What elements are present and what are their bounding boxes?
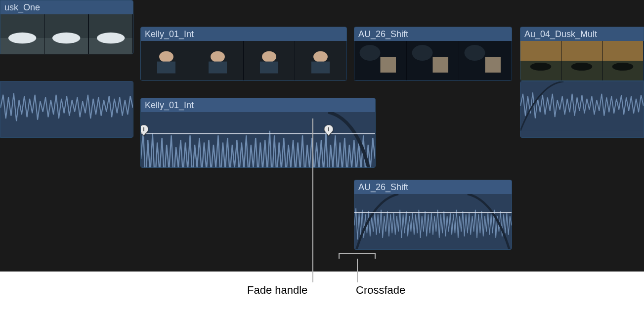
svg-point-38 [612, 63, 634, 71]
clip-dusk-mult[interactable]: Au_04_Dusk_Mult [520, 27, 644, 81]
svg-rect-23 [381, 57, 396, 73]
svg-point-10 [159, 51, 173, 62]
filmstrip [520, 41, 644, 80]
clip-dusk-one[interactable]: usk_One [0, 0, 133, 54]
waveform [354, 194, 512, 250]
audio-label: Kelly_01_Int [141, 98, 375, 112]
svg-rect-26 [433, 57, 449, 73]
svg-point-35 [571, 63, 593, 71]
fade-out-handle[interactable] [324, 125, 333, 136]
filmstrip [141, 41, 346, 80]
audio-au-shift[interactable]: AU_26_Shift [354, 180, 512, 250]
timeline[interactable]: usk_One Kelly_01_Int AU_26_Shift Au_04_D… [0, 0, 644, 311]
svg-rect-11 [157, 62, 175, 74]
svg-rect-42 [143, 127, 144, 131]
waveform [141, 112, 375, 168]
svg-rect-29 [485, 57, 501, 73]
callout-line-fade [312, 118, 313, 282]
clip-au-shift[interactable]: AU_26_Shift [354, 27, 512, 81]
svg-point-13 [211, 51, 225, 62]
svg-point-5 [52, 33, 81, 43]
svg-rect-30 [520, 41, 561, 61]
clip-label: AU_26_Shift [354, 27, 512, 41]
svg-rect-36 [602, 41, 643, 61]
svg-point-19 [313, 51, 328, 62]
filmstrip [0, 14, 133, 54]
clip-label: Kelly_01_Int [141, 27, 346, 41]
clip-kelly[interactable]: Kelly_01_Int [140, 27, 347, 81]
svg-rect-41 [141, 112, 375, 168]
svg-rect-43 [328, 127, 329, 131]
crossfade-bracket [339, 253, 376, 259]
callout-line-crossfade [357, 259, 358, 282]
clip-label: Au_04_Dusk_Mult [520, 27, 644, 41]
caption-area [0, 272, 644, 311]
svg-point-28 [465, 45, 485, 61]
callout-fade-handle: Fade handle [247, 284, 307, 297]
svg-rect-44 [354, 194, 512, 250]
fade-in-handle[interactable] [140, 125, 148, 136]
svg-point-32 [530, 63, 552, 71]
audio-label: AU_26_Shift [354, 180, 512, 194]
svg-point-25 [412, 45, 433, 61]
svg-rect-33 [561, 41, 602, 61]
svg-point-2 [8, 33, 37, 43]
audio-dusk-mult[interactable] [520, 81, 644, 138]
volume-line[interactable] [354, 212, 512, 213]
audio-kelly[interactable]: Kelly_01_Int [140, 98, 376, 168]
clip-label: usk_One [0, 0, 133, 14]
callout-crossfade: Crossfade [356, 284, 405, 297]
svg-rect-20 [311, 62, 330, 74]
filmstrip [354, 41, 512, 80]
svg-rect-17 [260, 62, 278, 74]
waveform [520, 81, 644, 131]
svg-point-22 [360, 45, 381, 61]
svg-point-8 [97, 33, 125, 43]
svg-point-16 [262, 51, 276, 62]
waveform [0, 81, 133, 134]
audio-dusk-one[interactable] [0, 81, 133, 138]
svg-rect-14 [209, 62, 227, 74]
volume-line[interactable] [141, 133, 375, 134]
